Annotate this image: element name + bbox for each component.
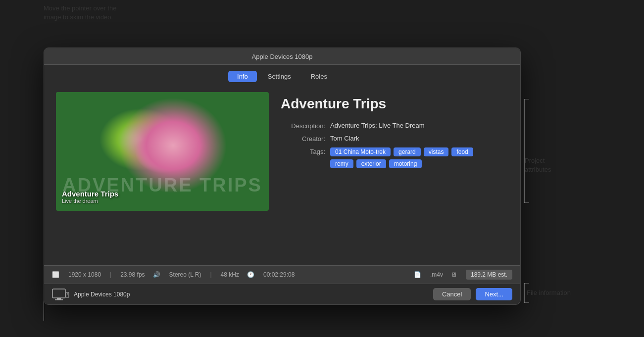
preset-icon xyxy=(52,289,70,300)
audio-icon: 🔊 xyxy=(153,271,160,278)
monitor-icon: 🖥 xyxy=(451,271,457,278)
description-label: Description: xyxy=(281,122,325,130)
svg-rect-0 xyxy=(52,289,65,298)
svg-rect-2 xyxy=(55,299,63,300)
video-overlay-text: Adventure Trips Live the dream xyxy=(62,190,118,204)
format-value: .m4v xyxy=(430,271,443,278)
svg-rect-1 xyxy=(57,298,61,299)
tab-info[interactable]: Info xyxy=(228,71,257,82)
annotation-file-information: File information xyxy=(527,289,571,296)
video-preview[interactable]: ADVENTURE TRIPS Adventure Trips Live the… xyxy=(56,92,269,211)
duration-value: 00:02:29:08 xyxy=(263,271,295,278)
project-title: Adventure Trips xyxy=(281,96,508,112)
dialog-title-bar: Apple Devices 1080p xyxy=(44,48,520,65)
next-button[interactable]: Next... xyxy=(476,288,512,300)
audio-value: Stereo (L R) xyxy=(169,271,201,278)
file-information-label: File information xyxy=(527,289,571,296)
bottom-bar: Apple Devices 1080p Cancel Next... xyxy=(44,284,520,304)
tag-6[interactable]: motoring xyxy=(389,159,422,168)
resolution-icon: ⬜ xyxy=(52,271,59,278)
resolution-value: 1920 x 1080 xyxy=(68,271,101,278)
export-dialog: Apple Devices 1080p Info Settings Roles … xyxy=(44,48,521,305)
content-area: ADVENTURE TRIPS Adventure Trips Live the… xyxy=(44,87,520,265)
info-panel: Adventure Trips Description: Adventure T… xyxy=(281,92,508,260)
annotation-top-left: Move the pointer over the image to skim … xyxy=(44,4,116,22)
svg-rect-4 xyxy=(67,293,68,294)
file-size-badge: 189.2 MB est. xyxy=(466,270,512,280)
fps-value: 23.98 fps xyxy=(120,271,145,278)
tab-roles[interactable]: Roles xyxy=(302,71,336,82)
format-icon: 📄 xyxy=(414,271,421,278)
tag-5[interactable]: exterior xyxy=(356,159,386,168)
video-overlay-title: Adventure Trips xyxy=(62,190,118,198)
creator-row: Creator: Tom Clark xyxy=(281,135,508,143)
tag-2[interactable]: vistas xyxy=(424,147,449,156)
annotation-project-attributes: Projectattributes xyxy=(525,156,551,174)
tags-row: Tags: 01 China Moto-trek gerard vistas f… xyxy=(281,147,508,168)
tab-row: Info Settings Roles xyxy=(44,65,520,87)
tag-3[interactable]: food xyxy=(451,147,473,156)
sample-rate-value: 48 kHz xyxy=(221,271,239,278)
video-overlay-subtitle: Live the dream xyxy=(62,198,118,204)
cancel-button[interactable]: Cancel xyxy=(433,288,471,300)
svg-rect-3 xyxy=(66,292,69,297)
tags-label: Tags: xyxy=(281,147,325,155)
description-value: Adventure Trips: Live The Dream xyxy=(330,122,425,129)
creator-label: Creator: xyxy=(281,135,325,143)
description-row: Description: Adventure Trips: Live The D… xyxy=(281,122,508,130)
tags-container: 01 China Moto-trek gerard vistas food re… xyxy=(330,147,489,168)
tag-1[interactable]: gerard xyxy=(394,147,421,156)
video-preview-inner: ADVENTURE TRIPS Adventure Trips Live the… xyxy=(56,92,269,211)
status-bar: ⬜ 1920 x 1080 | 23.98 fps 🔊 Stereo (L R)… xyxy=(44,265,520,284)
tag-4[interactable]: remy xyxy=(330,159,353,168)
project-attributes-bracket xyxy=(522,99,532,203)
duration-icon: 🕐 xyxy=(247,271,254,278)
annotation-line1: Move the pointer over the xyxy=(44,4,116,12)
annotation-line2: image to skim the video. xyxy=(44,13,113,21)
project-attributes-label: Projectattributes xyxy=(525,157,551,173)
tab-settings[interactable]: Settings xyxy=(259,71,300,82)
dialog-title: Apple Devices 1080p xyxy=(252,53,313,60)
tag-0[interactable]: 01 China Moto-trek xyxy=(330,147,391,156)
preset-label: Apple Devices 1080p xyxy=(74,291,130,298)
creator-value: Tom Clark xyxy=(330,135,359,142)
